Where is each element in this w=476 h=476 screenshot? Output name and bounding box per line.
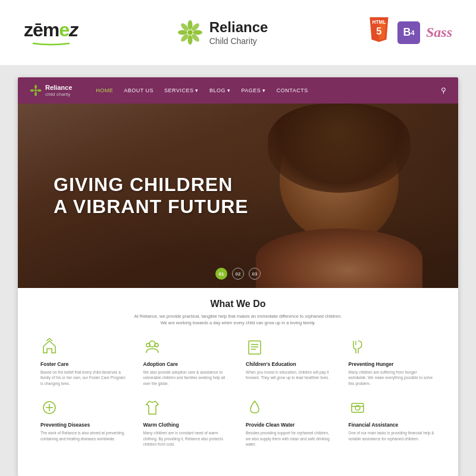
service-hunger: Preventing Hunger Many children are suff…: [344, 335, 441, 390]
service-education: Children's Education When you invest in …: [241, 335, 338, 390]
svg-point-2: [187, 35, 192, 45]
svg-text:HTML: HTML: [372, 19, 386, 25]
diseases-icon: [40, 399, 58, 416]
hero-section: GIVING CHILDREN A VIBRANT FUTURE 01 02 0…: [18, 104, 458, 288]
nav-blog[interactable]: BLOG ▾: [209, 87, 231, 93]
site-nav: Reliance child charity HOME ABOUT US SER…: [18, 77, 458, 104]
svg-point-1: [187, 20, 192, 30]
financial-name: Financial Assistance: [349, 422, 436, 428]
zemes-text: zēmez: [24, 19, 78, 41]
service-diseases: Preventing Diseases The work of Reliance…: [36, 396, 133, 450]
reliance-logo: Reliance Child Charity: [177, 19, 268, 46]
financial-icon: [349, 399, 367, 416]
nav-logo-text: Reliance child charity: [45, 84, 72, 96]
reliance-title: Reliance: [209, 19, 268, 36]
svg-point-16: [30, 89, 35, 92]
water-icon: [246, 399, 264, 416]
section-subtitle: At Reliance, we provide practical, tangi…: [131, 313, 345, 327]
bootstrap-badge: B4: [397, 21, 420, 44]
html5-badge: 5 HTML: [367, 17, 392, 48]
hero-title-line2: A VIBRANT FUTURE: [54, 196, 249, 218]
foster-care-name: Foster Care: [40, 361, 128, 367]
hero-dot-3[interactable]: 03: [249, 268, 261, 280]
svg-point-0: [187, 30, 192, 35]
diseases-desc: The work of Reliance is also aimed at pr…: [40, 430, 128, 442]
nav-about[interactable]: ABOUT US: [124, 87, 154, 93]
top-bar: zēmez Reliance Child Charity: [0, 0, 476, 65]
search-icon[interactable]: ⚲: [441, 86, 446, 95]
tech-badges: 5 HTML B4 Sass: [367, 17, 452, 48]
financial-desc: One of our main tasks is providing finan…: [349, 430, 436, 442]
service-clothing: Warm Clothing Many children are in const…: [139, 396, 236, 450]
adoption-care-icon: [143, 338, 161, 356]
svg-text:5: 5: [376, 26, 381, 37]
svg-point-4: [193, 30, 202, 35]
hunger-desc: Many children are suffering from hunger …: [349, 369, 436, 387]
hunger-name: Preventing Hunger: [349, 361, 436, 367]
hero-title-line1: GIVING CHILDREN: [54, 174, 249, 196]
svg-point-17: [37, 89, 42, 92]
reliance-flower-icon: [177, 19, 203, 46]
svg-point-15: [35, 92, 37, 96]
reliance-text-block: Reliance Child Charity: [209, 19, 268, 46]
hero-content: GIVING CHILDREN A VIBRANT FUTURE: [54, 174, 249, 218]
nav-home[interactable]: HOME: [96, 87, 113, 93]
section-title: What We Do: [36, 299, 440, 309]
svg-point-18: [149, 341, 155, 347]
foster-care-icon: [40, 338, 58, 356]
hero-dot-2[interactable]: 02: [232, 268, 244, 280]
svg-point-3: [178, 30, 187, 35]
svg-point-14: [35, 85, 37, 89]
service-adoption-care: Adoption Care We also provide adoption c…: [139, 335, 236, 390]
service-foster-care: Foster Care Based on the belief that eve…: [36, 335, 133, 390]
nav-logo-icon: [30, 84, 42, 96]
preview-container: Reliance child charity HOME ABOUT US SER…: [0, 65, 476, 476]
nav-services[interactable]: SERVICES ▾: [164, 87, 199, 93]
water-name: Provide Clean Water: [246, 422, 333, 428]
svg-point-13: [35, 89, 37, 92]
foster-care-desc: Based on the belief that every child des…: [40, 369, 128, 387]
adoption-care-name: Adoption Care: [143, 361, 231, 367]
reliance-subtitle: Child Charity: [209, 36, 268, 46]
service-financial: Financial Assistance One of our main tas…: [344, 396, 441, 450]
education-name: Children's Education: [246, 361, 333, 367]
clothing-icon: [143, 399, 161, 416]
hunger-icon: [349, 338, 367, 356]
clothing-name: Warm Clothing: [143, 422, 231, 428]
nav-logo: Reliance child charity: [30, 84, 72, 96]
service-water: Provide Clean Water Besides providing su…: [241, 396, 338, 450]
zemes-logo[interactable]: zēmez: [24, 19, 78, 46]
svg-rect-21: [249, 341, 261, 354]
adoption-care-desc: We also provide adoption care & assistan…: [143, 369, 231, 387]
nav-links: HOME ABOUT US SERVICES ▾ BLOG ▾ PAGES ▾ …: [96, 87, 441, 93]
education-icon: [246, 338, 264, 356]
zemes-underline: [30, 41, 72, 46]
education-desc: When you invest in education, children w…: [246, 369, 333, 381]
services-grid: Foster Care Based on the belief that eve…: [36, 335, 440, 451]
water-desc: Besides providing support for orphaned c…: [246, 430, 333, 447]
nav-contacts[interactable]: CONTACTS: [277, 87, 308, 93]
hero-dot-1[interactable]: 01: [215, 268, 227, 280]
hero-dots: 01 02 03: [215, 268, 261, 280]
what-we-do-section: What We Do At Reliance, we provide pract…: [18, 288, 458, 456]
diseases-name: Preventing Diseases: [40, 422, 128, 428]
svg-rect-28: [352, 403, 364, 412]
nav-pages[interactable]: PAGES ▾: [241, 87, 265, 93]
sass-badge: Sass: [426, 24, 452, 40]
website-preview: Reliance child charity HOME ABOUT US SER…: [18, 77, 458, 476]
clothing-desc: Many children are in constant need of wa…: [143, 430, 231, 447]
